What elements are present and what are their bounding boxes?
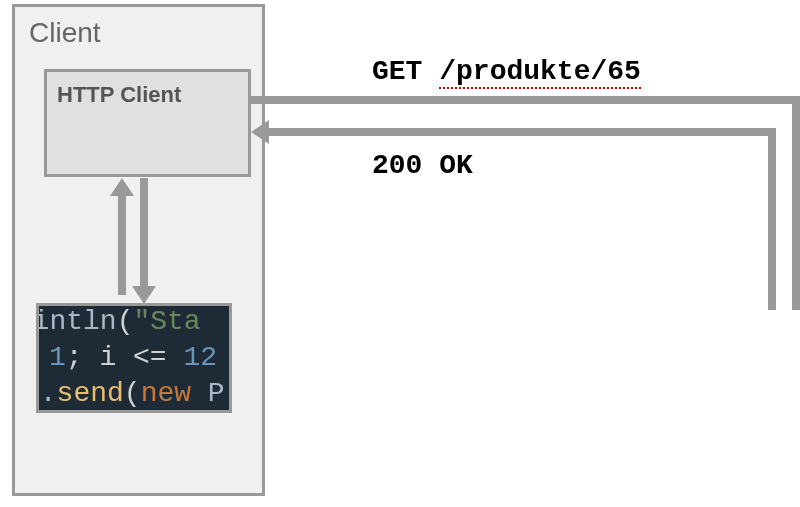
response-connector-vertical [768,128,776,310]
request-connector-horizontal [251,96,800,104]
http-response-label: 200 OK [372,150,473,181]
arrow-down-icon [132,286,156,304]
http-request-label: GET /produkte/65 [372,56,641,87]
response-connector-horizontal [268,128,776,136]
http-client-title: HTTP Client [57,82,181,108]
bidir-connector-left [118,195,126,295]
arrow-up-icon [110,178,134,196]
diagram-canvas: Client HTTP Client GET /produkte/65 200 … [0,0,800,507]
code-line-3: r.send(new P [36,378,225,409]
http-path-text: /produkte/65 [439,56,641,89]
http-client-box: HTTP Client [44,69,251,177]
code-snippet: println("Sta 1; i <= 12 r.send(new P [36,303,232,413]
request-connector-vertical [792,96,800,310]
code-line-1: println("Sta [36,306,201,337]
http-method-text: GET [372,56,439,87]
bidir-connector-right [140,178,148,286]
client-box-title: Client [29,17,101,49]
response-arrow-icon [251,120,269,144]
code-line-2: 1; i <= 12 [49,342,217,373]
